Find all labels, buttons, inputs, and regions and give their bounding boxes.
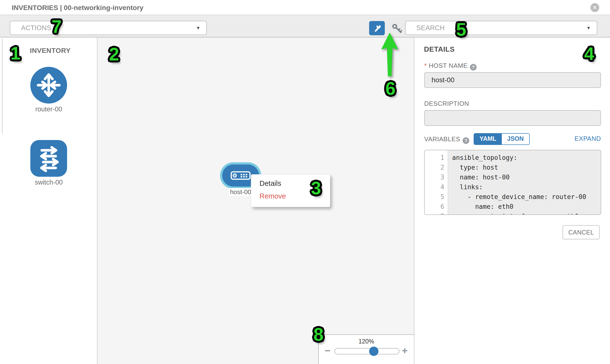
zoom-in-button[interactable]: + [402, 345, 408, 356]
search-dropdown[interactable]: SEARCH ▾ [405, 21, 597, 35]
details-panel-title: DETAILS [424, 45, 454, 53]
chevron-down-icon: ▾ [587, 21, 590, 35]
inventory-sidebar: INVENTORY rou [0, 38, 97, 364]
code-line: links: [452, 182, 601, 192]
tools-button[interactable] [369, 21, 385, 35]
page-title: INVENTORIES | 00-networking-inventory [12, 0, 143, 15]
code-line: remote_interface_name: eth0 [452, 211, 601, 215]
zoom-level-value: 120% [319, 338, 414, 345]
variables-label: VARIABLES? [424, 135, 469, 144]
palette-item-label: router-00 [30, 105, 67, 113]
code-line: type: host [452, 163, 601, 172]
variables-format-toggle: YAML JSON [474, 133, 530, 145]
code-line: ansible_topology: [452, 153, 601, 163]
host-name-label: *HOST NAME? [424, 62, 477, 70]
palette-item-label: switch-00 [30, 179, 67, 186]
zoom-slider-thumb[interactable] [369, 347, 378, 356]
actions-dropdown-placeholder: ACTIONS [21, 21, 52, 35]
key-icon[interactable] [391, 22, 405, 36]
close-icon[interactable]: ✕ [590, 3, 599, 12]
palette-item-router[interactable]: router-00 [30, 67, 67, 113]
header-bar: INVENTORIES | 00-networking-inventory ✕ [0, 0, 610, 15]
zoom-out-button[interactable]: − [324, 345, 330, 356]
expand-link[interactable]: EXPAND [574, 135, 601, 143]
main-area: INVENTORY rou [0, 38, 610, 364]
code-line-numbers: 1 2 3 4 5 6 7 [425, 150, 448, 214]
sidebar-edge-line [2, 39, 2, 134]
inventory-topology-window: INVENTORIES | 00-networking-inventory ✕ … [0, 0, 610, 364]
code-content[interactable]: ansible_topology: type: host name: host-… [448, 150, 601, 214]
router-icon [30, 67, 67, 104]
zoom-control-panel: 120% − + [318, 334, 414, 364]
required-marker: * [424, 62, 427, 69]
variables-code-editor[interactable]: 1 2 3 4 5 6 7 ansible_topology: type: ho… [424, 150, 601, 215]
context-menu-item-remove[interactable]: Remove [260, 192, 286, 200]
topology-canvas[interactable]: host-00 Details Remove 120% − + [97, 38, 415, 364]
description-label: DESCRIPTION [424, 100, 469, 107]
context-menu-item-details[interactable]: Details [260, 180, 281, 187]
code-line: - remote_device_name: router-00 [452, 192, 601, 202]
description-input[interactable] [424, 110, 601, 126]
format-toggle-json[interactable]: JSON [502, 134, 529, 144]
palette-item-switch[interactable]: switch-00 [30, 140, 67, 186]
details-panel: DETAILS *HOST NAME? DESCRIPTION VARIABLE… [415, 38, 610, 364]
sidebar-title: INVENTORY [30, 47, 70, 55]
cancel-button[interactable]: CANCEL [562, 225, 600, 239]
help-icon[interactable]: ? [463, 137, 469, 144]
zoom-slider[interactable] [334, 348, 400, 354]
toolbar: ACTIONS ▾ [0, 15, 610, 38]
search-dropdown-placeholder: SEARCH [416, 21, 445, 35]
wrench-icon [369, 23, 385, 34]
code-line: name: host-00 [452, 172, 601, 182]
help-icon[interactable]: ? [470, 64, 477, 70]
context-menu: Details Remove [251, 174, 330, 207]
actions-dropdown[interactable]: ACTIONS ▾ [10, 21, 207, 35]
format-toggle-yaml[interactable]: YAML [474, 134, 502, 144]
switch-icon [30, 140, 67, 177]
code-line: name: eth0 [452, 202, 601, 211]
chevron-down-icon: ▾ [197, 21, 199, 35]
host-name-input[interactable] [424, 72, 601, 88]
